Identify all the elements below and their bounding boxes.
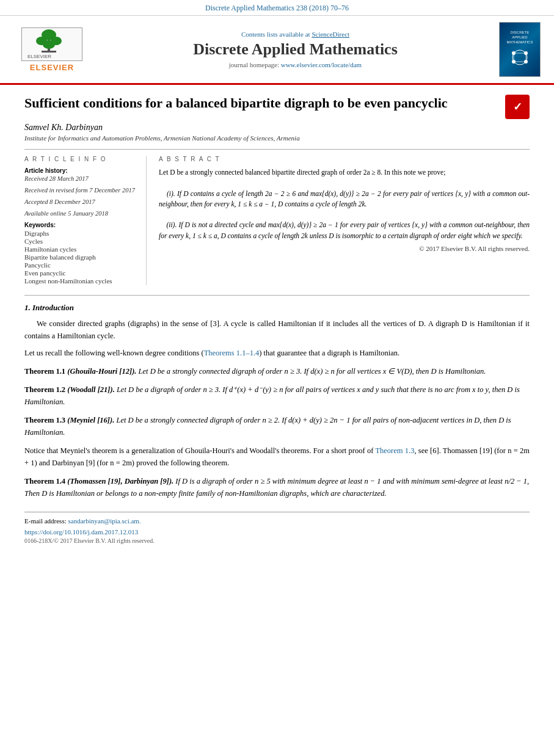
homepage-url-link[interactable]: www.elsevier.com/locate/dam [281,61,362,68]
article-content: Sufficient conditions for a balanced bip… [0,85,554,556]
email-footnote: E-mail address: sandarbinyan@ipia.sci.am… [24,517,530,525]
elsevier-brand-text: ELSEVIER [30,63,74,72]
theorem-1-1-text: Let D be a strongly connected digraph of… [139,367,486,376]
body-para-2: Let us recall the following well-known d… [24,347,530,359]
journal-name: Discrete Applied Mathematics [98,40,493,59]
theorems-link[interactable]: Theorems 1.1–1.4 [204,349,260,357]
keyword-item: Digraphs [24,230,137,237]
copyright-line: © 2017 Elsevier B.V. All rights reserved… [159,245,530,252]
info-abstract-columns: A R T I C L E I N F O Article history: R… [24,149,530,285]
theorem-1-4-ref: (Thomassen [19], Darbinyan [9]). [67,477,173,485]
journal-cover-thumbnail: DISCRETEAPPLIEDMATHEMATICS [499,22,542,77]
theorem-1-3: Theorem 1.3 (Meyniel [16]). Let D be a s… [24,414,530,438]
sciencedirect-link[interactable]: ScienceDirect [312,31,349,38]
journal-header: ELSEVIER ELSEVIER Contents lists availab… [0,16,554,85]
theorem-1-1-ref: (Ghouila-Houri [12]). [67,367,136,376]
theorem-1-3-ref: (Meyniel [16]). [67,416,114,424]
theorem-1-2-ref: (Woodall [21]). [67,385,115,394]
keyword-item: Bipartite balanced digraph [24,253,137,261]
theorem-1-3-link[interactable]: Theorem 1.3 [375,446,414,455]
article-info-panel: A R T I C L E I N F O Article history: R… [24,156,147,285]
theorem-1-4: Theorem 1.4 (Thomassen [19], Darbinyan [… [24,475,530,500]
history-label: Article history: [24,167,137,174]
author-name: Samvel Kh. Darbinyan [24,123,530,133]
elsevier-logo-section: ELSEVIER ELSEVIER [12,27,92,72]
journal-ref-text: Discrete Applied Mathematics 238 (2018) … [205,4,349,12]
abstract-intro: Let D be a strongly connected balanced b… [159,169,445,176]
theorem-1-1-label: Theorem 1.1 [24,367,65,376]
keywords-label: Keywords: [24,222,137,228]
contents-available-text: Contents lists available at ScienceDirec… [98,31,493,38]
abstract-panel: A B S T R A C T Let D be a strongly conn… [159,156,530,285]
svg-point-4 [43,40,55,49]
elsevier-graphic: ELSEVIER [21,27,82,61]
email-link[interactable]: sandarbinyan@ipia.sci.am. [68,517,140,525]
journal-homepage-line: journal homepage: www.elsevier.com/locat… [98,61,493,68]
accepted-date: Accepted 8 December 2017 [24,198,137,205]
article-info-header: A R T I C L E I N F O [24,156,137,162]
doi-link[interactable]: https://doi.org/10.1016/j.dam.2017.12.01… [24,528,138,536]
theorem-1-3-label: Theorem 1.3 [24,416,65,424]
article-body: 1. Introduction We consider directed gra… [24,295,530,544]
abstract-header: A B S T R A C T [159,156,530,162]
journal-title-section: Contents lists available at ScienceDirec… [98,31,493,68]
keyword-item: Pancyclic [24,261,137,269]
received-date: Received 28 March 2017 [24,175,137,182]
svg-rect-5 [42,51,56,53]
body-para-3: Notice that Meyniel's theorem is a gener… [24,445,530,469]
theorem-1-2: Theorem 1.2 (Woodall [21]). Let D be a d… [24,383,530,408]
theorem-1-1: Theorem 1.1 (Ghouila-Houri [12]). Let D … [24,365,530,377]
online-date: Available online 5 January 2018 [24,210,137,217]
affiliation: Institute for Informatics and Automation… [24,134,530,142]
title-section: Sufficient conditions for a balanced bip… [24,95,530,119]
journal-reference-bar: Discrete Applied Mathematics 238 (2018) … [0,0,554,16]
theorem-1-4-label: Theorem 1.4 [24,477,65,485]
svg-text:ELSEVIER: ELSEVIER [27,54,51,59]
abstract-item-ii: (ii). If D is not a directed cycle and m… [159,221,530,239]
section1-title: 1. Introduction [24,303,530,313]
abstract-item-i: (i). If D contains a cycle of length 2a … [159,190,530,208]
keyword-item: Cycles [24,238,137,245]
abstract-text: Let D be a strongly connected balanced b… [159,167,530,241]
keyword-item: Longest non-Hamiltonian cycles [24,277,137,285]
journal-cover-image: DISCRETEAPPLIEDMATHEMATICS [499,22,541,77]
email-label: E-mail address: [24,517,67,525]
issn-line: 0166-218X/© 2017 Elsevier B.V. All right… [24,537,530,544]
revised-date: Received in revised form 7 December 2017 [24,187,137,194]
crossmark-badge: ✓ [505,95,530,119]
article-title: Sufficient conditions for a balanced bip… [24,95,499,112]
keywords-list: Digraphs Cycles Hamiltonian cycles Bipar… [24,230,137,285]
body-para-1: We consider directed graphs (digraphs) i… [24,318,530,342]
footnote-area: E-mail address: sandarbinyan@ipia.sci.am… [24,512,530,544]
keyword-item: Hamiltonian cycles [24,245,137,253]
keyword-item: Even pancyclic [24,269,137,277]
theorem-1-2-label: Theorem 1.2 [24,385,65,394]
